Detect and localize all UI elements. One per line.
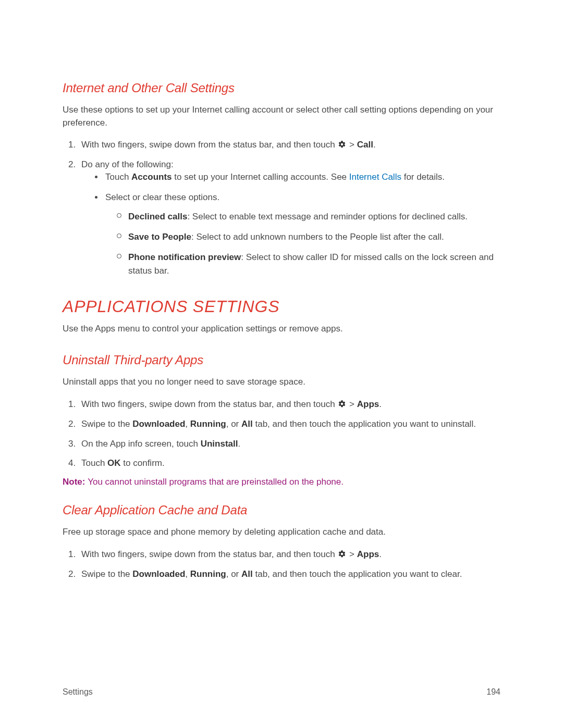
text: tab, and then touch the application you … [253, 419, 476, 429]
footer-section-label: Settings [63, 687, 93, 697]
text: Swipe to the [81, 569, 132, 579]
steps-clear-cache: With two fingers, swipe down from the st… [63, 548, 500, 581]
steps-internet-call: With two fingers, swipe down from the st… [63, 139, 500, 277]
circle-list: Declined calls: Select to enable text me… [105, 210, 500, 277]
list-item: On the App info screen, touch Uninstall. [78, 438, 500, 450]
list-item: Touch OK to confirm. [78, 457, 500, 470]
label-uninstall: Uninstall [201, 439, 238, 449]
label-phone-notification-preview: Phone notification preview [128, 252, 241, 262]
step-text: Do any of the following: [81, 159, 174, 169]
intro-clear-cache: Free up storage space and phone memory b… [63, 526, 500, 539]
label-apps: Apps [357, 549, 380, 559]
heading-applications-settings: APPLICATIONS SETTINGS [63, 297, 500, 316]
text: tab, and then touch the application you … [253, 569, 462, 579]
list-item: With two fingers, swipe down from the st… [78, 139, 500, 151]
step-text: With two fingers, swipe down from the st… [81, 140, 337, 150]
link-internet-calls[interactable]: Internet Calls [349, 172, 401, 182]
text: Touch [105, 172, 131, 182]
text: , or [226, 569, 241, 579]
text: to confirm. [121, 458, 165, 468]
list-item: Save to People: Select to add unknown nu… [128, 230, 500, 243]
label-downloaded: Downloaded [132, 569, 185, 579]
text: : Select to add unknown numbers to the P… [191, 232, 444, 242]
label-running: Running [190, 419, 226, 429]
period: . [379, 549, 382, 559]
label-all: All [241, 419, 253, 429]
page-footer: Settings 194 [63, 687, 500, 697]
text: Swipe to the [81, 419, 132, 429]
bullet-list: Touch Accounts to set up your Internet c… [81, 171, 500, 277]
text: : Select to enable text message and remi… [187, 212, 468, 221]
text: for details. [401, 172, 445, 182]
text: to set up your Internet calling accounts… [172, 172, 349, 182]
list-item: Do any of the following: Touch Accounts … [78, 158, 500, 277]
period: . [379, 399, 382, 409]
note-text: You cannot uninstall programs that are p… [88, 477, 344, 487]
list-item: With two fingers, swipe down from the st… [78, 398, 500, 411]
period: . [238, 439, 241, 449]
label-declined-calls: Declined calls [128, 212, 187, 221]
step-text: With two fingers, swipe down from the st… [81, 549, 337, 559]
text: Touch [81, 458, 107, 468]
gt-separator: > [347, 399, 357, 409]
list-item: Phone notification preview: Select to sh… [128, 251, 500, 277]
step-text: With two fingers, swipe down from the st… [81, 399, 337, 409]
label-accounts: Accounts [131, 172, 172, 182]
list-item: Declined calls: Select to enable text me… [128, 210, 500, 223]
list-item: Swipe to the Downloaded, Running, or All… [78, 568, 500, 581]
period: . [373, 140, 376, 150]
heading-internet-call-settings: Internet and Other Call Settings [63, 81, 500, 95]
label-all: All [241, 569, 253, 579]
heading-clear-cache: Clear Application Cache and Data [63, 503, 500, 517]
gear-icon [338, 400, 346, 408]
list-item: Select or clear these options. Declined … [105, 191, 500, 277]
intro-internet-call: Use these options to set up your Interne… [63, 104, 500, 129]
list-item: Swipe to the Downloaded, Running, or All… [78, 418, 500, 430]
label-apps: Apps [357, 399, 380, 409]
gear-icon [338, 140, 346, 149]
label-call: Call [357, 140, 373, 150]
heading-uninstall-apps: Uninstall Third-party Apps [63, 353, 500, 367]
intro-applications-settings: Use the Apps menu to control your applic… [63, 323, 500, 336]
list-item: Touch Accounts to set up your Internet c… [105, 171, 500, 184]
text: Select or clear these options. [105, 192, 219, 202]
gear-icon [338, 550, 346, 558]
footer-page-number: 194 [486, 687, 500, 697]
text: , [185, 569, 190, 579]
note-label: Note: [63, 477, 88, 487]
label-save-to-people: Save to People [128, 232, 191, 242]
text: , or [226, 419, 241, 429]
label-downloaded: Downloaded [132, 419, 185, 429]
document-page: Internet and Other Call Settings Use the… [0, 0, 563, 619]
label-ok: OK [107, 458, 121, 468]
list-item: With two fingers, swipe down from the st… [78, 548, 500, 561]
text: , [185, 419, 190, 429]
text: On the App info screen, touch [81, 439, 201, 449]
note-uninstall: Note: You cannot uninstall programs that… [63, 477, 500, 487]
label-running: Running [190, 569, 226, 579]
gt-separator: > [347, 549, 357, 559]
steps-uninstall: With two fingers, swipe down from the st… [63, 398, 500, 470]
gt-separator: > [347, 140, 357, 150]
intro-uninstall-apps: Uninstall apps that you no longer need t… [63, 376, 500, 389]
